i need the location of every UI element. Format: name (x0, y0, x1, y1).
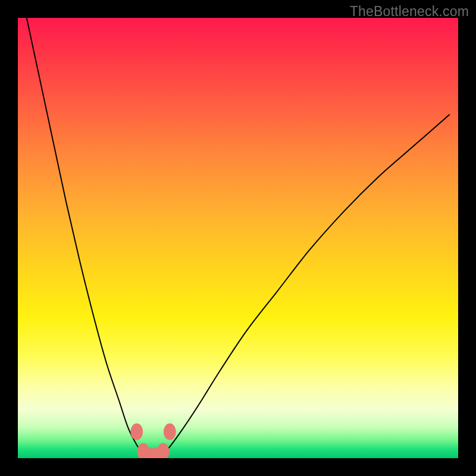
curve-marker (164, 424, 176, 440)
curve-marker (130, 424, 143, 440)
curve-marker (157, 443, 170, 458)
watermark-text: TheBottleneck.com (350, 4, 469, 20)
curve-path (27, 18, 449, 458)
curve-markers (130, 424, 176, 459)
chart-plot-area (18, 18, 458, 458)
bottleneck-curve (18, 18, 458, 458)
